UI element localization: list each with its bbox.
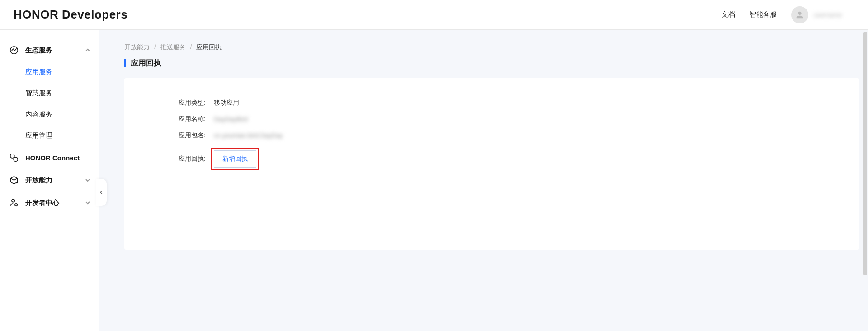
svg-point-2 — [14, 157, 18, 161]
breadcrumb-item[interactable]: 推送服务 — [160, 43, 186, 51]
nav-support[interactable]: 智能客服 — [750, 10, 777, 19]
avatar-icon — [791, 6, 808, 23]
breadcrumb-current: 应用回执 — [196, 43, 222, 51]
svg-point-1 — [10, 154, 14, 158]
sidebar-group-open-capability[interactable]: 开放能力 — [0, 169, 99, 191]
value-app-package: cn.youmian.bird.DayDay — [211, 132, 283, 139]
highlight-box: 新增回执 — [211, 148, 259, 170]
header-right: 文档 智能客服 username — [722, 6, 854, 23]
scrollbar[interactable] — [863, 32, 867, 312]
sidebar-group-label: 开发者中心 — [25, 199, 79, 207]
sidebar-group-label: 开放能力 — [25, 176, 79, 185]
value-app-name: DayDayBird — [211, 116, 248, 123]
add-receipt-button[interactable]: 新增回执 — [214, 150, 256, 168]
content-card: 应用类型: 移动应用 应用名称: DayDayBird 应用包名: cn.you… — [124, 78, 859, 250]
svg-point-4 — [15, 204, 18, 206]
row-app-type: 应用类型: 移动应用 — [179, 99, 805, 107]
sidebar-item-smart-service[interactable]: 智慧服务 — [25, 83, 99, 104]
sidebar-collapse-button[interactable] — [96, 179, 107, 206]
logo[interactable]: HONOR Developers — [14, 8, 127, 22]
label-app-type: 应用类型: — [179, 99, 211, 107]
sidebar-group-connect[interactable]: HONOR Connect — [0, 146, 99, 169]
sidebar-group-label: 生态服务 — [25, 46, 79, 55]
sidebar-item-app-service[interactable]: 应用服务 — [25, 61, 99, 83]
value-app-type: 移动应用 — [211, 99, 239, 107]
row-app-package: 应用包名: cn.youmian.bird.DayDay — [179, 131, 805, 140]
user-menu[interactable]: username — [791, 6, 854, 23]
row-app-receipt: 应用回执: 新增回执 — [179, 148, 805, 170]
breadcrumb-item[interactable]: 开放能力 — [124, 43, 150, 51]
breadcrumb-sep: / — [190, 43, 192, 51]
connect-icon — [9, 153, 19, 163]
sidebar-subitems: 应用服务 智慧服务 内容服务 应用管理 — [0, 61, 99, 146]
sidebar-group-label: HONOR Connect — [25, 154, 90, 162]
username: username — [814, 11, 854, 19]
page-title-text: 应用回执 — [131, 58, 161, 68]
header: HONOR Developers 文档 智能客服 username — [0, 0, 868, 30]
label-app-receipt: 应用回执: — [179, 155, 211, 163]
page-title: 应用回执 — [124, 58, 859, 68]
nav-docs[interactable]: 文档 — [722, 10, 735, 19]
sidebar-group-ecosystem[interactable]: 生态服务 — [0, 39, 99, 61]
main: 开放能力 / 推送服务 / 应用回执 应用回执 应用类型: 移动应用 应用名称:… — [99, 30, 868, 331]
breadcrumb-sep: / — [154, 43, 156, 51]
chevron-up-icon — [85, 47, 90, 53]
cube-icon — [9, 175, 19, 185]
chevron-down-icon — [85, 177, 90, 183]
chevron-down-icon — [85, 200, 90, 205]
svg-point-3 — [12, 199, 14, 202]
scrollbar-thumb[interactable] — [863, 32, 867, 275]
sidebar-item-content-service[interactable]: 内容服务 — [25, 104, 99, 125]
row-app-name: 应用名称: DayDayBird — [179, 115, 805, 123]
title-bar — [124, 59, 126, 67]
breadcrumb: 开放能力 / 推送服务 / 应用回执 — [124, 39, 859, 58]
layout: 生态服务 应用服务 智慧服务 内容服务 应用管理 HONOR Connect 开… — [0, 30, 868, 331]
label-app-name: 应用名称: — [179, 115, 211, 123]
sidebar-group-dev-center[interactable]: 开发者中心 — [0, 191, 99, 214]
sidebar-item-app-manage[interactable]: 应用管理 — [25, 125, 99, 146]
main-inner: 开放能力 / 推送服务 / 应用回执 应用回执 应用类型: 移动应用 应用名称:… — [124, 39, 868, 250]
sidebar: 生态服务 应用服务 智慧服务 内容服务 应用管理 HONOR Connect 开… — [0, 30, 99, 331]
ecosystem-icon — [9, 45, 19, 55]
label-app-package: 应用包名: — [179, 131, 211, 140]
person-gear-icon — [9, 198, 19, 208]
